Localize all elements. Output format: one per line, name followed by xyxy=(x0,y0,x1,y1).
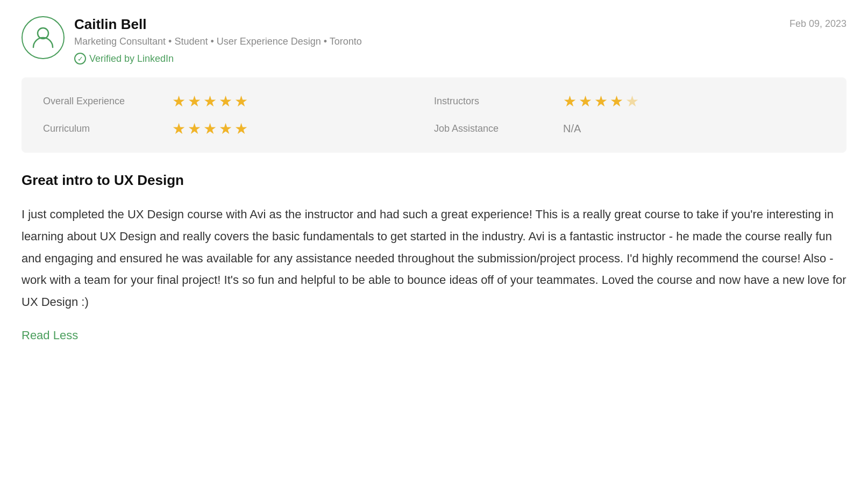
instructors-stars: ★ ★ ★ ★ ★ xyxy=(563,92,639,110)
star-5: ★ xyxy=(234,92,248,110)
star-3: ★ xyxy=(203,92,217,110)
review-container: Caitlin Bell Marketing Consultant • Stud… xyxy=(22,16,846,342)
star-2: ★ xyxy=(188,92,201,110)
review-body: I just completed the UX Design course wi… xyxy=(22,204,846,313)
overall-experience-stars: ★ ★ ★ ★ ★ xyxy=(172,92,248,110)
instructors-label: Instructors xyxy=(434,96,552,107)
star-4: ★ xyxy=(219,92,232,110)
curr-star-2: ★ xyxy=(188,120,201,138)
ratings-section: Overall Experience ★ ★ ★ ★ ★ Instructors… xyxy=(22,77,846,153)
reviewer-left: Caitlin Bell Marketing Consultant • Stud… xyxy=(22,16,362,65)
job-assistance-value: N/A xyxy=(563,123,581,135)
instr-star-2: ★ xyxy=(579,92,592,110)
curriculum-label: Curriculum xyxy=(43,123,161,134)
review-date: Feb 09, 2023 xyxy=(789,16,846,30)
verified-text: Verified by LinkedIn xyxy=(89,53,174,65)
curriculum-stars: ★ ★ ★ ★ ★ xyxy=(172,120,248,138)
curr-star-4: ★ xyxy=(219,120,232,138)
review-content: Great intro to UX Design I just complete… xyxy=(22,172,846,342)
overall-experience-row: Overall Experience ★ ★ ★ ★ ★ xyxy=(43,92,434,110)
curriculum-row: Curriculum ★ ★ ★ ★ ★ xyxy=(43,120,434,138)
verified-badge: ✓ Verified by LinkedIn xyxy=(74,53,362,65)
curr-star-3: ★ xyxy=(203,120,217,138)
reviewer-meta: Marketing Consultant • Student • User Ex… xyxy=(74,36,362,47)
instructors-row: Instructors ★ ★ ★ ★ ★ xyxy=(434,92,825,110)
instr-star-3: ★ xyxy=(594,92,608,110)
overall-experience-label: Overall Experience xyxy=(43,96,161,107)
verified-check-icon: ✓ xyxy=(74,53,86,65)
reviewer-header: Caitlin Bell Marketing Consultant • Stud… xyxy=(22,16,846,65)
reviewer-name: Caitlin Bell xyxy=(74,16,362,33)
job-assistance-row: Job Assistance N/A xyxy=(434,120,825,138)
instr-star-1: ★ xyxy=(563,92,577,110)
user-avatar-icon xyxy=(29,23,57,53)
avatar xyxy=(22,16,65,59)
curr-star-1: ★ xyxy=(172,120,186,138)
reviewer-info: Caitlin Bell Marketing Consultant • Stud… xyxy=(74,16,362,65)
star-1: ★ xyxy=(172,92,186,110)
curr-star-5: ★ xyxy=(234,120,248,138)
read-less-button[interactable]: Read Less xyxy=(22,328,78,342)
review-title: Great intro to UX Design xyxy=(22,172,846,189)
instr-star-5: ★ xyxy=(625,92,639,110)
instr-star-4: ★ xyxy=(610,92,623,110)
job-assistance-label: Job Assistance xyxy=(434,123,552,134)
